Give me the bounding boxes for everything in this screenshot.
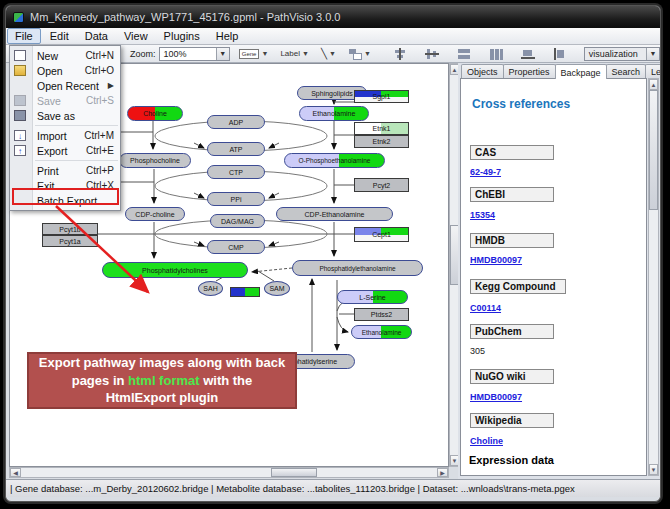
stack-horizontal-button[interactable] bbox=[486, 46, 506, 62]
gene-pcyt2[interactable]: Pcyt2 bbox=[354, 178, 409, 192]
gene-datanode-button[interactable]: Gene ▼ bbox=[236, 46, 272, 62]
annotation-line3: HtmlExport plugin bbox=[106, 389, 219, 407]
annotation-callout: Export pathway images along with back pa… bbox=[27, 352, 297, 409]
shape-tool-icon bbox=[348, 48, 362, 60]
status-text: | Gene database: ...m_Derby_20120602.bri… bbox=[10, 483, 575, 494]
node-ethanolamine-top[interactable]: Ethanolamine bbox=[299, 106, 369, 121]
gene-cept1[interactable]: Cept1 bbox=[354, 227, 409, 242]
app-icon bbox=[13, 12, 24, 23]
menu-view[interactable]: View bbox=[117, 29, 155, 43]
xref-link-chebi[interactable]: 15354 bbox=[470, 210, 495, 220]
node-cdp-ethanolamine[interactable]: CDP-Ethanolamine bbox=[276, 207, 393, 221]
import-icon: ↓ bbox=[14, 130, 26, 141]
node-phosphocholine[interactable]: Phosphocholine bbox=[119, 153, 191, 168]
visualization-dropdown-icon[interactable]: ▼ bbox=[646, 48, 659, 60]
align-center-x-button[interactable] bbox=[390, 46, 410, 62]
xref-value-pubchem: 305 bbox=[470, 346, 485, 356]
tab-legend[interactable]: Legend bbox=[645, 64, 661, 79]
node-phosphatidylethanolamine[interactable]: Phosphatidylethanolamine bbox=[292, 260, 423, 276]
line-tool-button[interactable]: ╲ ▼ bbox=[318, 46, 339, 62]
scrollbar-thumb[interactable] bbox=[271, 468, 317, 477]
title-bar[interactable]: Mm_Kennedy_pathway_WP1771_45176.gpml - P… bbox=[6, 6, 660, 28]
gene-etnk1[interactable]: Etnk1 bbox=[354, 122, 409, 135]
scroll-left-icon[interactable]: ◀ bbox=[10, 468, 21, 477]
side-panel-tabs: Objects Properties Backpage Search Legen… bbox=[461, 64, 661, 79]
node-cmp[interactable]: CMP bbox=[207, 240, 265, 254]
save-as-icon bbox=[14, 110, 26, 121]
gene-pcyt1b[interactable]: Pcyt1b bbox=[42, 223, 98, 235]
gene-etnk2[interactable]: Etnk2 bbox=[354, 135, 409, 148]
tab-search[interactable]: Search bbox=[606, 64, 647, 79]
xref-source-cas: CAS bbox=[470, 145, 554, 160]
label-tool-button[interactable]: Label ▼ bbox=[277, 46, 312, 62]
xref-source-hmdb: HMDB bbox=[470, 233, 554, 248]
node-sam[interactable]: SAM bbox=[264, 281, 290, 296]
save-icon bbox=[14, 95, 26, 106]
menu-item-save-as[interactable]: Save as bbox=[10, 108, 120, 123]
scroll-down-icon[interactable]: ▼ bbox=[649, 464, 658, 475]
panel-vertical-scrollbar[interactable]: ▲ ▼ bbox=[648, 78, 659, 476]
node-ethanolamine-lower[interactable]: Ethanolamine bbox=[351, 325, 412, 339]
menu-item-import[interactable]: ↓ ImportCtrl+M bbox=[10, 128, 120, 143]
node-sah[interactable]: SAH bbox=[198, 281, 223, 296]
node-ppi[interactable]: PPi bbox=[207, 192, 265, 206]
node-choline-top[interactable]: Choline bbox=[127, 106, 183, 121]
align-center-y-button[interactable] bbox=[422, 46, 442, 62]
align-center-y-icon bbox=[425, 48, 439, 60]
menu-data[interactable]: Data bbox=[78, 29, 115, 43]
menu-item-print[interactable]: PrintCtrl+P bbox=[10, 163, 120, 178]
tab-properties[interactable]: Properties bbox=[503, 64, 556, 79]
visualization-value: visualization bbox=[589, 49, 638, 59]
align-bottom-icon bbox=[521, 48, 535, 60]
tab-backpage[interactable]: Backpage bbox=[555, 64, 607, 79]
node-atp[interactable]: ATP bbox=[207, 142, 265, 156]
menu-edit[interactable]: Edit bbox=[43, 29, 76, 43]
menu-help[interactable]: Help bbox=[209, 29, 246, 43]
gene-box-unlabeled[interactable] bbox=[230, 287, 260, 297]
xref-link-kegg[interactable]: C00114 bbox=[470, 303, 501, 313]
menu-plugins[interactable]: Plugins bbox=[157, 29, 207, 43]
node-ctp[interactable]: CTP bbox=[207, 165, 265, 179]
shape-tool-button[interactable]: ▼ bbox=[345, 46, 374, 62]
zoom-combobox[interactable]: 100% ▼ bbox=[159, 47, 230, 61]
stack-vertical-button[interactable] bbox=[454, 46, 474, 62]
xref-link-cas[interactable]: 62-49-7 bbox=[470, 167, 501, 177]
visualization-combobox[interactable]: visualization ▼ bbox=[584, 47, 660, 61]
node-o-phosphoethanolamine[interactable]: O-Phosphoethanolamine bbox=[284, 153, 385, 168]
xref-link-wikipedia[interactable]: Choline bbox=[470, 436, 503, 446]
zoom-label: Zoom: bbox=[130, 49, 156, 59]
new-document-icon bbox=[14, 50, 26, 61]
side-panel: Objects Properties Backpage Search Legen… bbox=[458, 63, 660, 479]
node-l-serine[interactable]: L-Serine bbox=[337, 290, 408, 304]
node-dag-mag[interactable]: DAG/MAG bbox=[210, 214, 265, 228]
node-adp[interactable]: ADP bbox=[207, 115, 265, 129]
align-left-button[interactable] bbox=[550, 46, 570, 62]
xref-source-nugo: NuGO wiki bbox=[470, 369, 554, 384]
gene-pcyt1a[interactable]: Pcyt1a bbox=[42, 235, 98, 247]
align-left-icon bbox=[553, 48, 567, 60]
align-center-x-icon bbox=[393, 48, 407, 60]
menu-item-new[interactable]: NewCtrl+N bbox=[10, 48, 120, 63]
gene-sgpl1[interactable]: Sgpl1 bbox=[354, 90, 409, 103]
xref-link-nugo[interactable]: HMDB00097 bbox=[470, 392, 522, 402]
status-bar: | Gene database: ...m_Derby_20120602.bri… bbox=[6, 479, 660, 497]
tab-objects[interactable]: Objects bbox=[461, 64, 504, 79]
xref-source-wikipedia: Wikipedia bbox=[470, 413, 554, 428]
menu-item-export[interactable]: ↑ ExportCtrl+E bbox=[10, 143, 120, 158]
annotation-highlight: html format bbox=[128, 373, 200, 388]
node-cdp-choline[interactable]: CDP-choline bbox=[125, 207, 185, 221]
zoom-dropdown-icon[interactable]: ▼ bbox=[216, 48, 229, 60]
menu-item-open-recent[interactable]: Open Recent▶ bbox=[10, 78, 120, 93]
align-bottom-button[interactable] bbox=[518, 46, 538, 62]
scrollbar-thumb[interactable] bbox=[649, 90, 658, 210]
gene-ptdss2[interactable]: Ptdss2 bbox=[354, 308, 409, 321]
node-phosphatidylcholines[interactable]: Phosphatidylcholines bbox=[102, 262, 248, 278]
menu-file[interactable]: File bbox=[7, 28, 41, 44]
scroll-right-icon[interactable]: ▶ bbox=[437, 468, 448, 477]
cross-references-heading: Cross references bbox=[472, 97, 570, 111]
xref-link-hmdb[interactable]: HMDB00097 bbox=[470, 255, 522, 265]
file-menu: NewCtrl+N OpenCtrl+O Open Recent▶ SaveCt… bbox=[9, 45, 121, 211]
scroll-up-icon[interactable]: ▲ bbox=[649, 79, 658, 90]
menu-item-open[interactable]: OpenCtrl+O bbox=[10, 63, 120, 78]
canvas-horizontal-scrollbar[interactable]: ◀ ▶ bbox=[9, 467, 449, 478]
